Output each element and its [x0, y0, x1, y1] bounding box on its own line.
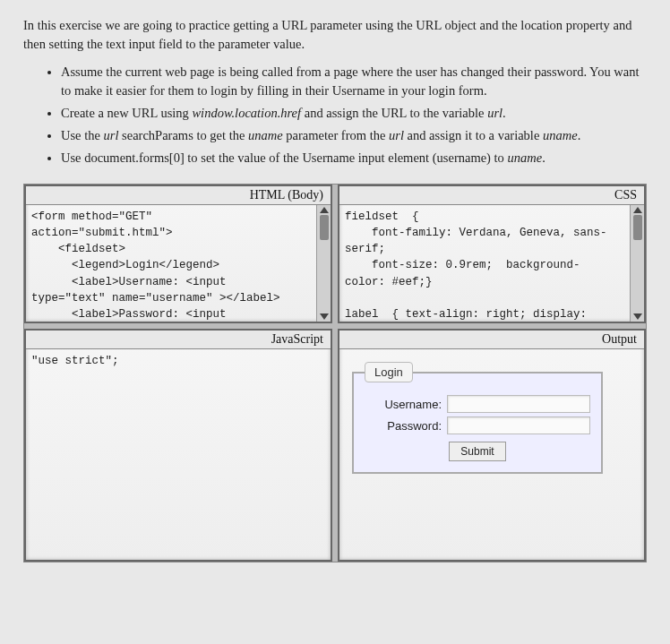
output-pane: Output Login Username: Password: — [338, 329, 646, 562]
html-code[interactable]: <form method="GET" action="submit.html">… — [26, 205, 316, 322]
submit-button[interactable]: Submit — [449, 442, 505, 461]
scroll-thumb[interactable] — [320, 215, 329, 240]
pane-body: <form method="GET" action="submit.html">… — [26, 205, 331, 322]
js-pane: JavaScript "use strict"; — [24, 329, 332, 562]
pane-body: fieldset { font-family: Verdana, Geneva,… — [339, 205, 644, 322]
italic-text: window.location.href — [192, 106, 301, 120]
password-row: Password: — [365, 416, 590, 434]
instruction-item: Use the url searchParams to get the unam… — [61, 126, 647, 145]
instruction-item: Assume the current web page is being cal… — [61, 63, 647, 100]
text: . — [502, 106, 506, 120]
scroll-up-icon[interactable] — [320, 207, 329, 213]
pane-body: "use strict"; — [26, 349, 331, 560]
pane-title: CSS — [339, 186, 644, 205]
username-input[interactable] — [447, 395, 590, 413]
login-fieldset: Login Username: Password: Submit — [352, 362, 603, 474]
instruction-item: Use document.forms[0] to set the value o… — [61, 149, 647, 167]
html-pane: HTML (Body) <form method="GET" action="s… — [24, 185, 332, 323]
intro-paragraph: In this exercise we are going to practic… — [23, 16, 647, 54]
output-area: Login Username: Password: Submit — [339, 349, 615, 560]
login-legend: Login — [365, 362, 413, 382]
scrollbar[interactable] — [316, 205, 331, 322]
italic-text: url — [487, 106, 502, 120]
js-code[interactable]: "use strict"; — [26, 349, 331, 560]
password-input[interactable] — [447, 416, 590, 434]
text: searchParams to get the — [118, 128, 248, 142]
text: parameter from the — [283, 128, 389, 142]
css-code[interactable]: fieldset { font-family: Verdana, Geneva,… — [339, 205, 630, 322]
text: and assign it to a variable — [404, 128, 543, 142]
submit-row: Submit — [365, 442, 590, 461]
text: and assign the URL to the variable — [301, 106, 487, 120]
pane-title: HTML (Body) — [26, 186, 331, 205]
instruction-list: Assume the current web page is being cal… — [23, 63, 647, 167]
scroll-track[interactable] — [631, 213, 644, 313]
scroll-up-icon[interactable] — [633, 207, 642, 213]
scroll-down-icon[interactable] — [320, 313, 329, 320]
scroll-track[interactable] — [317, 213, 331, 313]
pane-title: Output — [339, 331, 644, 349]
italic-text: url — [104, 128, 119, 142]
password-label: Password: — [365, 419, 442, 433]
css-pane: CSS fieldset { font-family: Verdana, Gen… — [338, 185, 646, 323]
instruction-item: Create a new URL using window.location.h… — [61, 104, 647, 123]
italic-text: uname — [543, 128, 578, 142]
text: Use document.forms[0] to set the value o… — [61, 150, 507, 165]
username-label: Username: — [365, 398, 442, 411]
scrollbar[interactable] — [630, 205, 644, 322]
pane-title: JavaScript — [26, 331, 331, 349]
text: Use the — [61, 128, 104, 142]
italic-text: url — [389, 128, 404, 142]
italic-text: uname — [248, 128, 283, 142]
text: . — [578, 128, 581, 142]
username-row: Username: — [365, 395, 590, 413]
text: Assume the current web page is being cal… — [61, 64, 639, 98]
exercise-page: In this exercise we are going to practic… — [0, 0, 670, 644]
italic-text: uname — [507, 150, 542, 165]
code-grid: HTML (Body) <form method="GET" action="s… — [23, 184, 647, 562]
pane-body: Login Username: Password: Submit — [339, 349, 644, 560]
scroll-down-icon[interactable] — [633, 313, 642, 320]
scroll-thumb[interactable] — [633, 215, 642, 240]
text: Create a new URL using — [61, 106, 192, 120]
text: . — [542, 150, 545, 165]
